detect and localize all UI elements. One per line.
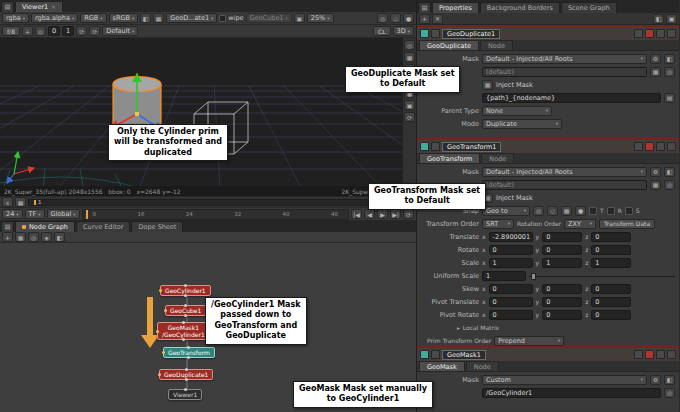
tab-dope-sheet[interactable]: Dope Sheet: [131, 221, 183, 232]
filter-icon[interactable]: ◧: [54, 232, 65, 242]
fps-select[interactable]: 24▾: [2, 209, 23, 219]
close-icon[interactable]: ✕: [51, 4, 56, 10]
bypass-icon[interactable]: [634, 142, 643, 151]
tab-geomask[interactable]: GeoMask: [419, 361, 465, 371]
reset-gamma-icon[interactable]: ⟳: [76, 26, 87, 36]
rotation-order-select[interactable]: ZXY▾: [564, 219, 596, 229]
prim-transform-order-select[interactable]: Prepend▾: [494, 336, 564, 346]
skew-y-field[interactable]: 0: [542, 284, 582, 294]
uniform-scale-field[interactable]: 1: [482, 271, 526, 281]
tab-properties[interactable]: Properties: [432, 2, 479, 13]
translate-x-field[interactable]: -2.8900001: [489, 232, 533, 242]
disable-flag-icon[interactable]: [645, 29, 654, 38]
tab-geoduplicate[interactable]: GeoDuplicate: [419, 40, 479, 50]
browse-icon[interactable]: ▦: [650, 67, 661, 77]
compare-mode-icon[interactable]: ▣: [294, 13, 305, 23]
menu-icon[interactable]: [667, 29, 676, 38]
exposure-button[interactable]: f/8: [2, 26, 20, 36]
step-back-button[interactable]: ◀: [364, 209, 375, 219]
skew-x-field[interactable]: 0: [489, 284, 533, 294]
panel-menu-icon[interactable]: ▤: [418, 2, 431, 13]
frame-cache-strip[interactable]: 1: [28, 199, 401, 206]
panel-menu-icon[interactable]: ▤: [1, 1, 14, 12]
pick-icon[interactable]: ◎: [664, 388, 675, 398]
snapshot-icon[interactable]: ●: [403, 13, 414, 23]
scale-y-field[interactable]: 1: [542, 258, 582, 268]
frame-all-icon[interactable]: ◎: [28, 232, 39, 242]
token-menu-icon[interactable]: ▤: [664, 93, 675, 103]
wipe-checkbox[interactable]: [219, 15, 226, 22]
bypass-icon[interactable]: [634, 29, 643, 38]
tab-geotransform[interactable]: GeoTransform: [419, 153, 480, 163]
clear-cache-icon[interactable]: x: [2, 197, 13, 207]
mask-default-field[interactable]: (default): [482, 67, 647, 77]
inject-mask-label[interactable]: Inject Mask: [496, 194, 533, 202]
cache-mode-icon[interactable]: ▦: [15, 197, 26, 207]
uniform-scale-slider[interactable]: [529, 271, 675, 281]
menu-icon[interactable]: [667, 350, 676, 359]
lock-icon[interactable]: [656, 350, 665, 359]
node-geocube1[interactable]: GeoCube1: [165, 305, 206, 316]
node-geoduplicate1[interactable]: GeoDuplicate1: [159, 369, 213, 380]
snap-icon[interactable]: ◈: [41, 232, 52, 242]
pick-icon[interactable]: ◎: [664, 180, 675, 190]
expand-toggle-icon[interactable]: [431, 350, 440, 359]
inject-mask-label[interactable]: Inject Mask: [496, 81, 533, 89]
slider-handle[interactable]: [531, 273, 536, 280]
gear-icon[interactable]: ⚙: [650, 54, 661, 64]
node-geocylinder1[interactable]: GeoCylinder1: [160, 285, 211, 296]
mask-path-field[interactable]: /GeoCylinder1: [482, 388, 661, 398]
rotate-x-field[interactable]: 0: [489, 245, 533, 255]
translate-y-field[interactable]: 0: [542, 232, 582, 242]
remove-icon[interactable]: ✕: [432, 14, 443, 24]
tab-viewer1[interactable]: Viewer1 ✕: [15, 1, 63, 12]
tab-node-graph[interactable]: Node Graph: [15, 221, 75, 232]
pin-icon[interactable]: ◧: [653, 14, 664, 24]
rotate-z-field[interactable]: 0: [591, 245, 631, 255]
timeline-ruler[interactable]: 8 16 24 32 40 48: [82, 209, 349, 220]
tab-background-borders[interactable]: Background Borders: [480, 2, 560, 13]
tab-node[interactable]: Node: [481, 153, 514, 163]
split-view-icon[interactable]: ◧: [140, 13, 151, 23]
disable-flag-icon[interactable]: [645, 350, 654, 359]
playhead[interactable]: [86, 210, 88, 219]
node-color-swatch[interactable]: [420, 29, 429, 38]
snap-vertex-icon[interactable]: ◇: [547, 206, 558, 216]
pivot-translate-y-field[interactable]: 0: [542, 297, 582, 307]
zoom-select[interactable]: 25%▾: [307, 13, 334, 23]
new-node-icon[interactable]: +: [2, 232, 13, 242]
range-select[interactable]: Global▾: [47, 209, 80, 219]
scale-z-field[interactable]: 1: [591, 258, 631, 268]
display-channel-select[interactable]: RGB▾: [80, 13, 106, 23]
channel-select[interactable]: rgba▾: [2, 13, 29, 23]
gear-icon[interactable]: ⚙: [650, 167, 661, 177]
transform-order-select[interactable]: SRT▾: [482, 219, 514, 229]
layout-icon[interactable]: ▦: [15, 232, 26, 242]
inject-mask-icon[interactable]: ▦: [482, 80, 493, 90]
lock-icon[interactable]: ▣: [666, 14, 677, 24]
snap-target-icon[interactable]: ◎: [533, 206, 544, 216]
layer-select[interactable]: rgba.alpha▾: [31, 13, 78, 23]
lock-icon[interactable]: [656, 29, 665, 38]
grid-view-icon[interactable]: ▦: [153, 13, 164, 23]
view-node-a-select[interactable]: GeoD...ate1▾: [166, 13, 217, 23]
fit-view-icon[interactable]: ◎: [377, 13, 388, 23]
add-exposure-icon[interactable]: +: [22, 26, 33, 36]
translate-z-field[interactable]: 0: [591, 232, 631, 242]
tab-node[interactable]: Node: [480, 40, 513, 50]
tf-select[interactable]: TF▾: [25, 209, 45, 219]
transform-data-button[interactable]: Transform Data: [599, 219, 655, 229]
gain-field[interactable]: 1: [62, 26, 74, 36]
bypass-icon[interactable]: [634, 350, 643, 359]
snap-scale-toggle[interactable]: [625, 207, 633, 215]
loop-button[interactable]: ⟳: [403, 209, 414, 219]
node-geotransform[interactable]: GeoTransform: [163, 347, 215, 358]
current-frame-marker[interactable]: [34, 200, 36, 205]
expand-icon[interactable]: ▸: [457, 325, 460, 331]
node-color-swatch[interactable]: [420, 350, 429, 359]
node-name-field[interactable]: GeoMask1: [442, 350, 486, 360]
disable-flag-icon[interactable]: [645, 142, 654, 151]
add-icon[interactable]: +: [419, 14, 430, 24]
mask-select[interactable]: Default - Injected/All Roots▾: [482, 54, 647, 64]
grid-toggle-icon[interactable]: ▦: [404, 52, 415, 62]
